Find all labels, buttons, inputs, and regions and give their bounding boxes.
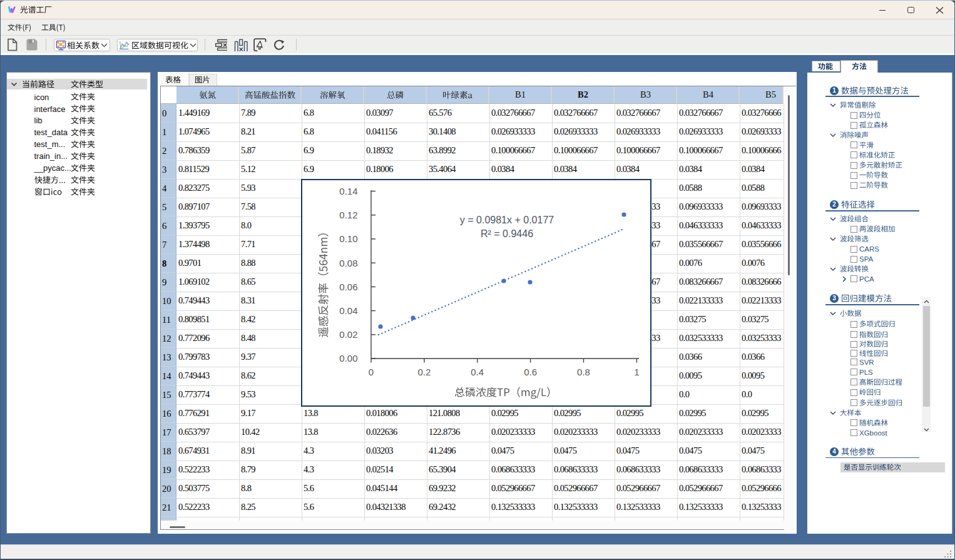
svg-text:0.14: 0.14	[339, 186, 357, 196]
svg-text:0.12: 0.12	[339, 210, 357, 220]
svg-text:0.04: 0.04	[339, 305, 357, 316]
svg-text:0.06: 0.06	[339, 282, 357, 292]
svg-text:0.2: 0.2	[417, 367, 431, 377]
svg-text:0.00: 0.00	[339, 353, 357, 364]
svg-text:1: 1	[634, 367, 639, 377]
svg-text:0.02: 0.02	[339, 329, 357, 340]
svg-text:0.4: 0.4	[471, 367, 484, 377]
svg-text:0.08: 0.08	[339, 258, 357, 268]
svg-text:0.8: 0.8	[577, 367, 590, 377]
svg-text:0.6: 0.6	[524, 367, 537, 377]
svg-text:0: 0	[369, 367, 374, 377]
svg-text:0.10: 0.10	[339, 233, 357, 244]
